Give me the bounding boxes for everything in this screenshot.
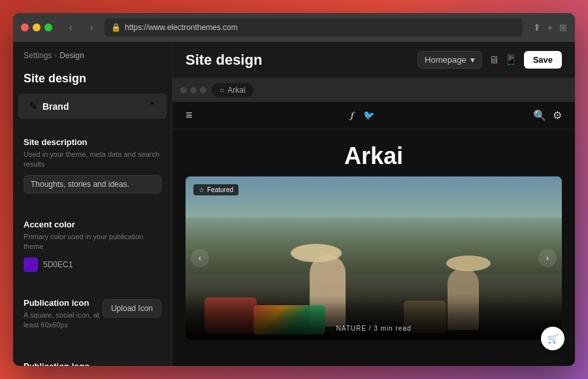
desktop-icon[interactable]: 🖥: [489, 54, 499, 66]
browser-actions: ⬆ + ⊞: [533, 22, 567, 33]
publication-logo-group: Publication logo The primary logo, shoul…: [13, 354, 172, 366]
minimize-traffic-light[interactable]: [33, 24, 41, 31]
new-tab-icon[interactable]: +: [547, 22, 553, 33]
forward-button[interactable]: ›: [84, 20, 99, 35]
breadcrumb-current: Design: [59, 51, 84, 60]
main-content: Site design Homepage ▾ 🖥 📱 Save: [172, 42, 575, 366]
accent-color-row: 5D0EC1: [24, 257, 161, 272]
site-description-label: Site description: [24, 137, 161, 147]
preview-url-icon: ○: [220, 86, 224, 95]
sidebar-section-title: Site design: [13, 67, 172, 93]
bottom-overlay: [186, 294, 562, 340]
browser-toolbar: ‹ › 🔒 https://www.electronthemes.com ⬆ +…: [13, 13, 575, 42]
ghost-preview: ≡ 𝒇 🐦 🔍 ⚙ Arkai: [172, 102, 575, 366]
star-icon: ☆: [199, 186, 204, 193]
save-button[interactable]: Save: [524, 51, 562, 69]
hero-prev-button[interactable]: ‹: [191, 249, 209, 267]
grid-icon[interactable]: ⊞: [559, 22, 567, 33]
ghost-nav-center: 𝒇 🐦: [351, 110, 374, 121]
site-description-group: Site description Used in your theme, met…: [13, 129, 172, 201]
url-text: https://www.electronthemes.com: [125, 23, 238, 32]
back-button[interactable]: ‹: [63, 20, 78, 35]
accent-color-desc: Primary color used in your publication t…: [24, 232, 161, 252]
publication-logo-label: Publication logo: [24, 361, 161, 366]
featured-text: Featured: [207, 186, 233, 193]
search-icon[interactable]: 🔍: [533, 109, 546, 122]
ghost-nav-left: ≡: [186, 108, 193, 122]
preview-url-bar: ○ Arkai: [212, 83, 253, 97]
ghost-nav: ≡ 𝒇 🐦 🔍 ⚙: [172, 102, 575, 129]
site-description-desc: Used in your theme, meta data and search…: [24, 150, 161, 170]
menu-icon[interactable]: ≡: [186, 108, 193, 122]
preview-dot-2: [190, 87, 197, 93]
color-hex-value: 5D0EC1: [43, 260, 73, 269]
preview-dot-1: [180, 87, 187, 93]
breadcrumb-separator: ›: [54, 51, 57, 60]
page-title: Site design: [186, 52, 262, 69]
sidebar-item-brand-left: ✎ Brand: [29, 100, 69, 112]
brand-label: Brand: [42, 101, 69, 112]
ghost-nav-right: 🔍 ⚙: [533, 109, 562, 122]
hero-next-button[interactable]: ›: [538, 249, 557, 267]
color-swatch[interactable]: [24, 257, 38, 272]
hero-caption: NATURE / 3 min read: [186, 325, 562, 332]
cart-button[interactable]: 🛒: [541, 327, 564, 350]
edit-icon: ✎: [29, 100, 37, 112]
twitter-icon[interactable]: 🐦: [363, 110, 374, 121]
mobile-icon[interactable]: 📱: [504, 54, 517, 66]
preview-url-text: Arkai: [227, 86, 245, 95]
settings-icon[interactable]: ⚙: [553, 109, 562, 122]
ghost-site-title: Arkai: [172, 129, 575, 176]
preview-dot-3: [200, 87, 206, 93]
site-description-input[interactable]: [24, 175, 161, 193]
breadcrumb: Settings › Design: [13, 42, 172, 67]
hero-image-bg: ☆ Featured NATURE / 3 min read: [186, 176, 562, 340]
share-icon[interactable]: ⬆: [533, 22, 541, 33]
browser-window: ‹ › 🔒 https://www.electronthemes.com ⬆ +…: [13, 13, 575, 366]
preview-browser-bar: ○ Arkai: [172, 78, 575, 102]
market-scene: [186, 176, 562, 340]
header-actions: Homepage ▾ 🖥 📱 Save: [417, 51, 562, 69]
maximize-traffic-light[interactable]: [44, 24, 52, 31]
publication-icon-group: Publication icon A square, social icon, …: [13, 290, 172, 344]
hero-image: ☆ Featured NATURE / 3 min read ‹ ›: [186, 176, 562, 340]
homepage-dropdown-label: Homepage: [425, 55, 466, 65]
preview-dots: [180, 87, 206, 93]
dropdown-arrow-icon: ▾: [470, 55, 475, 65]
accent-color-group: Accent color Primary color used in your …: [13, 212, 172, 280]
breadcrumb-parent[interactable]: Settings: [24, 51, 52, 60]
publication-icon-label: Publication icon: [24, 298, 103, 308]
hero-container: ☆ Featured NATURE / 3 min read ‹ ›: [172, 176, 575, 340]
lock-icon: 🔒: [111, 23, 121, 32]
sidebar-item-brand[interactable]: ✎ Brand ⌃: [18, 93, 167, 119]
conical-hat-2: [446, 255, 491, 271]
chevron-up-icon: ⌃: [148, 100, 156, 112]
preview-area: ○ Arkai ≡ 𝒇 🐦: [172, 78, 575, 366]
sidebar: Settings › Design Site design ✎ Brand ⌃ …: [13, 42, 172, 366]
close-traffic-light[interactable]: [21, 24, 29, 31]
device-icons: 🖥 📱: [489, 54, 517, 66]
facebook-icon[interactable]: 𝒇: [351, 110, 354, 121]
upload-icon-button[interactable]: Upload Icon: [103, 299, 161, 318]
publication-icon-desc: A square, social icon, at least 60x60px: [24, 310, 103, 331]
app-layout: Settings › Design Site design ✎ Brand ⌃ …: [13, 42, 575, 366]
homepage-dropdown[interactable]: Homepage ▾: [417, 51, 482, 69]
street-bg: [186, 218, 562, 275]
publication-icon-text: Publication icon A square, social icon, …: [24, 298, 103, 336]
publication-icon-row: Publication icon A square, social icon, …: [24, 298, 161, 336]
address-bar[interactable]: 🔒 https://www.electronthemes.com: [105, 18, 523, 37]
page-header: Site design Homepage ▾ 🖥 📱 Save: [172, 42, 575, 78]
figure-1: [310, 255, 346, 327]
traffic-lights: [21, 24, 52, 31]
accent-color-label: Accent color: [24, 220, 161, 229]
featured-badge: ☆ Featured: [193, 184, 238, 195]
